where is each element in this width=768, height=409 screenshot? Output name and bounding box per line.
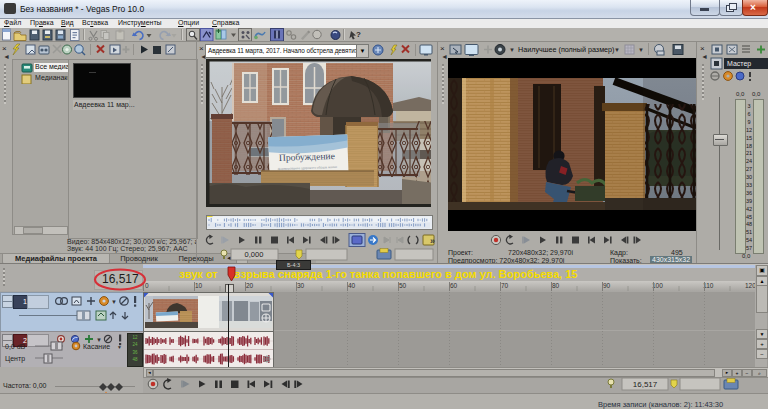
svg-text:70: 70: [501, 282, 509, 289]
svg-text:80: 80: [552, 282, 560, 289]
svg-text:Касание: Касание: [83, 343, 110, 350]
svg-text:?: ?: [356, 30, 361, 39]
svg-text:▼: ▼: [509, 47, 515, 53]
svg-text:30: 30: [297, 282, 305, 289]
svg-text:0,0 dB: 0,0 dB: [5, 343, 26, 350]
svg-text:10: 10: [195, 282, 203, 289]
svg-text:Центр: Центр: [5, 355, 25, 363]
svg-text:60: 60: [450, 282, 458, 289]
svg-text:Наилучшее (полный размер): Наилучшее (полный размер): [518, 45, 615, 54]
svg-text:40: 40: [348, 282, 356, 289]
svg-text:16,517: 16,517: [633, 380, 658, 389]
svg-text:▼: ▼: [111, 299, 117, 305]
svg-text:»: »: [430, 236, 435, 246]
svg-text:▼: ▼: [638, 47, 644, 53]
svg-text:▼: ▼: [117, 344, 122, 350]
svg-text:50: 50: [399, 282, 407, 289]
svg-text:0,000: 0,000: [245, 250, 264, 259]
svg-text:20: 20: [246, 282, 254, 289]
svg-text:90: 90: [603, 282, 611, 289]
svg-text:▼: ▼: [614, 47, 620, 53]
